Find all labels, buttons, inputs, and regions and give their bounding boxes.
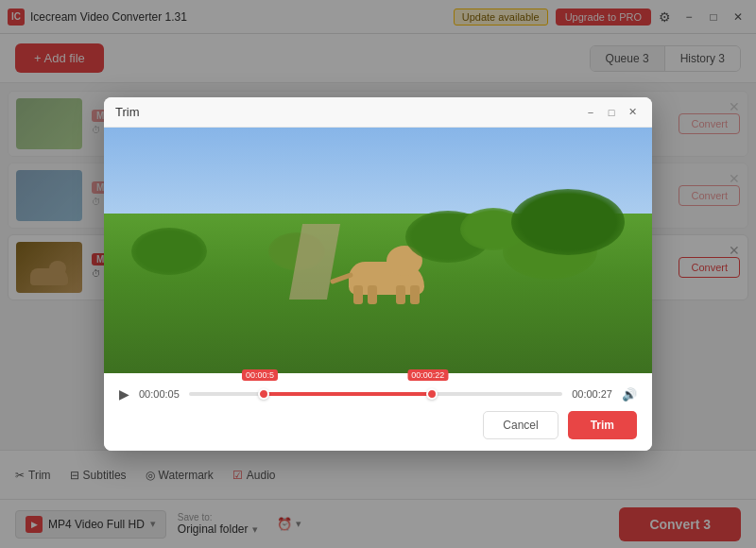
bush-1 <box>131 228 207 275</box>
trim-action-button[interactable]: Trim <box>568 411 637 439</box>
trim-window-controls: − □ ✕ <box>582 104 641 121</box>
modal-overlay: Trim − □ ✕ <box>0 0 756 548</box>
video-preview <box>104 128 652 373</box>
bush-6 <box>511 189 625 255</box>
lion-leg-4 <box>410 285 420 304</box>
trim-dialog: Trim − □ ✕ <box>104 97 652 451</box>
slider-range <box>264 392 432 396</box>
end-time-display: 00:00:27 <box>572 388 612 400</box>
cancel-button[interactable]: Cancel <box>483 411 558 439</box>
lion-leg-2 <box>368 285 377 304</box>
slider-thumb-left[interactable]: 00:00:5 <box>258 388 269 400</box>
thumb-start-label: 00:00:5 <box>242 369 278 381</box>
volume-icon[interactable]: 🔊 <box>622 387 637 402</box>
trim-slider-row: ▶ 00:00:05 00:00:5 00:00:22 00:00:27 🔊 <box>119 385 637 403</box>
trim-slider-container[interactable]: 00:00:5 00:00:22 <box>189 385 562 403</box>
lion-leg-1 <box>353 285 363 304</box>
trim-minimize-button[interactable]: − <box>582 104 599 121</box>
lion-leg-3 <box>396 285 405 304</box>
trim-close-button[interactable]: ✕ <box>624 104 641 121</box>
current-time-display: 00:00:05 <box>139 388 180 400</box>
lion-scene <box>104 128 652 373</box>
thumb-end-label: 00:00:22 <box>407 369 448 381</box>
trim-buttons-row: Cancel Trim <box>119 411 637 439</box>
trim-titlebar: Trim − □ ✕ <box>104 97 652 128</box>
slider-track: 00:00:5 00:00:22 <box>189 392 562 396</box>
slider-thumb-right[interactable]: 00:00:22 <box>426 388 438 400</box>
play-button[interactable]: ▶ <box>119 386 129 402</box>
trim-maximize-button[interactable]: □ <box>603 104 620 121</box>
trim-dialog-title: Trim <box>115 105 140 119</box>
trim-controls: ▶ 00:00:05 00:00:5 00:00:22 00:00:27 🔊 <box>104 373 652 451</box>
